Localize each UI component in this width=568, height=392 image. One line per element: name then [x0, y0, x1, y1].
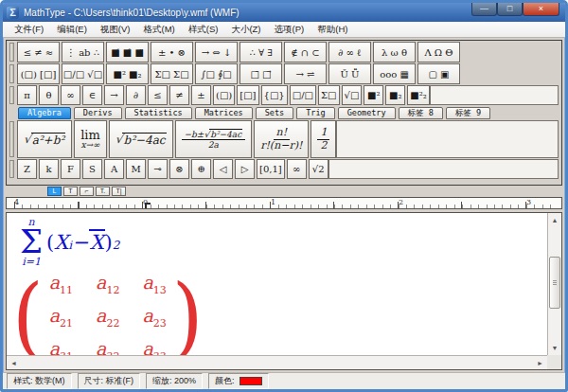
template-palette-button[interactable]: ∫□ ∮□	[195, 63, 238, 84]
small-bar-button[interactable]: ≠	[169, 85, 189, 105]
symbol-palette-button[interactable]: λ ω θ	[373, 42, 416, 62]
quick-access-button[interactable]: A	[104, 159, 124, 179]
menu-item[interactable]: 样式(S)	[183, 23, 224, 37]
template-palette-button[interactable]: ▢ ▣	[417, 63, 460, 84]
menu-item[interactable]: 帮助(H)	[311, 23, 353, 37]
small-bar-button[interactable]: ■₂	[385, 85, 405, 105]
template-palette-button[interactable]: □̄ □⃗	[240, 63, 282, 84]
tab-stop-decimal-button[interactable]: T.	[96, 187, 110, 196]
quick-access-button[interactable]: √2	[309, 159, 328, 179]
menu-item[interactable]: 选项(P)	[269, 23, 311, 37]
quick-access-button[interactable]: ⊗	[169, 159, 189, 179]
template-palette-button[interactable]: ■² ■₂	[106, 63, 149, 84]
tab-trig[interactable]: Trig	[296, 107, 334, 119]
tab-statistics[interactable]: Statistics	[125, 107, 192, 119]
expr-one-half-button[interactable]: 1 2	[311, 120, 336, 158]
tab-algebra[interactable]: Algebra	[18, 107, 71, 119]
quick-access-button[interactable]: S	[82, 159, 102, 179]
small-bar-button[interactable]: √□	[342, 85, 363, 105]
toolbar-drag-handle[interactable]	[9, 43, 14, 62]
symbol-palette-button[interactable]: → ⇔ ↓	[195, 42, 238, 62]
tab-matrices[interactable]: Matrices	[195, 107, 253, 119]
expr-limit-button[interactable]: lim x→∞	[74, 120, 107, 158]
small-bar-button[interactable]: Σ□	[318, 85, 340, 105]
tab-stop-right-button[interactable]: ⌐	[80, 187, 94, 196]
template-palette-button[interactable]: Ǔ Ǚ	[328, 63, 371, 84]
toolbar-drag-handle[interactable]	[9, 121, 14, 157]
small-bar-button[interactable]: (□)	[213, 85, 235, 105]
symbol-palette-button[interactable]: ≤ ≠ ≈	[17, 42, 60, 62]
menu-item[interactable]: 文件(F)	[9, 23, 49, 37]
quick-access-button[interactable]: M	[126, 159, 146, 179]
expr-discriminant-button[interactable]: √b²−4ac	[109, 120, 173, 158]
scroll-up-icon[interactable]: ▲	[548, 213, 561, 227]
small-bar-button[interactable]: ≤	[148, 85, 168, 105]
expr-sqrt-a2-b2-button[interactable]: √a²+b²	[17, 120, 72, 158]
template-palette-button[interactable]: Σ□ Σ□	[151, 63, 193, 84]
menu-item[interactable]: 格式(M)	[137, 23, 180, 37]
ruler[interactable]: 01234	[6, 197, 562, 209]
tab-geometry[interactable]: Geometry	[338, 107, 396, 119]
scroll-right-icon[interactable]: ►	[533, 356, 547, 369]
maximize-button[interactable]: □	[497, 3, 523, 16]
template-palette-button[interactable]: (□) [□]	[17, 63, 60, 84]
tab-label-9[interactable]: 标签 9	[446, 107, 490, 119]
quick-access-button[interactable]: ▷	[235, 159, 255, 179]
small-bar-button[interactable]: θ	[39, 85, 59, 105]
tab-derivs[interactable]: Derivs	[74, 107, 122, 119]
horizontal-scrollbar[interactable]: ◄ ►	[7, 355, 547, 369]
symbol-palette-button[interactable]: ± • ⊗	[151, 42, 193, 62]
symbol-palette-button[interactable]: ∂ ∞ ℓ	[328, 42, 371, 62]
template-palette-button[interactable]: □∕□ √□	[62, 63, 104, 84]
template-palette-button[interactable]: ooo ▦	[373, 63, 416, 84]
equation-canvas[interactable]: n Σ i=1 (Xi − X)2 ( a11 a12 a13 a21 a22	[7, 213, 547, 355]
symbol-palette-button[interactable]: Λ Ω Θ	[417, 42, 460, 62]
quick-access-button[interactable]: ⊸	[148, 159, 168, 179]
scroll-left-icon[interactable]: ◄	[7, 356, 21, 369]
symbol-palette-button[interactable]: ∉ ∩ ⊂	[284, 42, 327, 62]
small-bar-button[interactable]: →	[104, 85, 124, 105]
title-bar[interactable]: Σ MathType - C:\Users\think01\Desktop\y.…	[3, 3, 565, 22]
small-bar-button[interactable]: ±	[191, 85, 211, 105]
quick-access-button[interactable]: ∞	[287, 159, 307, 179]
scroll-down-icon[interactable]: ▼	[548, 341, 561, 355]
minimize-button[interactable]: —	[471, 3, 497, 16]
sum-equation[interactable]: n Σ i=1 (Xi − X)2	[20, 217, 119, 267]
quick-access-button[interactable]: k	[39, 159, 59, 179]
quick-access-button[interactable]: F	[61, 159, 80, 179]
symbol-palette-button[interactable]: ■́ ■̂ ■̈	[106, 42, 149, 62]
quick-access-button[interactable]: ◁	[213, 159, 233, 179]
small-bar-button[interactable]: ∞	[61, 85, 80, 105]
small-bar-button[interactable]: ∈	[82, 85, 102, 105]
symbol-palette-button[interactable]: ∴ ∀ ∃	[240, 42, 282, 62]
template-palette-button[interactable]: → ⇌	[284, 63, 327, 84]
tab-stop-left-button[interactable]: L	[47, 187, 62, 196]
small-bar-button[interactable]: ∂	[126, 85, 146, 105]
horizontal-scroll-track[interactable]	[21, 356, 533, 369]
tab-label-8[interactable]: 标签 8	[399, 107, 443, 119]
symbol-palette-button[interactable]: ⋮ ab ∴	[62, 42, 104, 62]
toolbar-drag-handle[interactable]	[9, 86, 14, 104]
tab-stop-center-button[interactable]: T	[63, 187, 78, 196]
expr-combination-button[interactable]: n! r!(n−r)!	[254, 120, 309, 158]
tab-stop-bar-button[interactable]: T|	[112, 187, 126, 196]
quick-access-button[interactable]: Z	[17, 159, 37, 179]
tab-sets[interactable]: Sets	[256, 107, 293, 119]
small-bar-button[interactable]: {□}	[261, 85, 288, 105]
toolbar-drag-handle[interactable]	[9, 160, 14, 178]
small-bar-button[interactable]: ■²	[364, 85, 383, 105]
small-bar-button[interactable]: [□]	[237, 85, 258, 105]
menu-item[interactable]: 大小(Z)	[225, 23, 266, 37]
quick-access-button[interactable]: [0,1]	[257, 159, 285, 179]
small-bar-button[interactable]: π	[17, 85, 37, 105]
menu-item[interactable]: 编辑(E)	[51, 23, 93, 37]
vertical-scroll-track[interactable]	[548, 227, 561, 341]
small-bar-button[interactable]: ■²₂	[407, 85, 429, 105]
toolbar-drag-handle[interactable]	[9, 64, 14, 83]
quick-access-button[interactable]: ⊕	[191, 159, 211, 179]
vertical-scrollbar[interactable]: ▲ ▼	[547, 213, 561, 355]
expr-quadratic-formula-button[interactable]: −b±√b²−4ac 2a	[175, 120, 253, 158]
vertical-scroll-thumb[interactable]	[549, 257, 560, 309]
close-button[interactable]: ×	[523, 3, 559, 16]
menu-item[interactable]: 视图(V)	[95, 23, 136, 37]
